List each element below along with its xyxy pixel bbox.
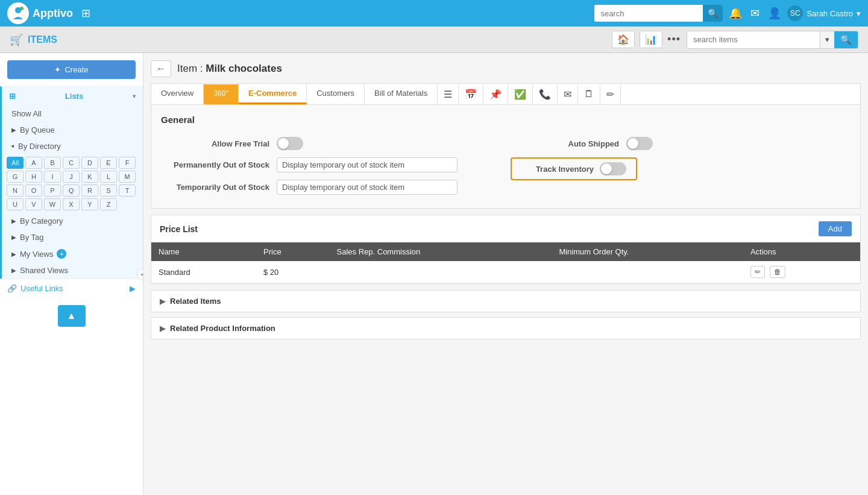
messages-icon[interactable]: ✉ bbox=[750, 7, 760, 20]
app-logo[interactable]: Apptivo bbox=[7, 2, 73, 24]
general-section-title: General bbox=[161, 115, 851, 125]
tab-icon-pin[interactable]: 📌 bbox=[483, 85, 508, 104]
user-info[interactable]: SC Sarah Castro ▾ bbox=[787, 5, 861, 21]
auto-shipped-toggle[interactable] bbox=[626, 137, 653, 150]
useful-links-item[interactable]: 🔗 Useful Links ▶ bbox=[0, 279, 143, 298]
row-name: Standard bbox=[151, 261, 256, 283]
tab-overview[interactable]: Overview bbox=[151, 84, 204, 104]
scroll-to-top-button[interactable]: ▲ bbox=[58, 305, 86, 327]
lists-label: Lists bbox=[65, 92, 83, 101]
col-price: Price bbox=[256, 242, 330, 261]
show-all-item[interactable]: Show All bbox=[2, 106, 143, 122]
chevron-right-icon: ▶ bbox=[11, 267, 16, 274]
letter-c-button[interactable]: C bbox=[63, 157, 80, 169]
add-view-icon[interactable]: + bbox=[57, 249, 66, 259]
letter-a-button[interactable]: A bbox=[25, 157, 42, 169]
letter-b-button[interactable]: B bbox=[44, 157, 61, 169]
top-search-button[interactable]: 🔍 bbox=[703, 5, 723, 22]
letter-y-button[interactable]: Y bbox=[81, 198, 98, 210]
chevron-right-icon: ▶ bbox=[160, 324, 165, 333]
chart-button[interactable]: 📊 bbox=[640, 31, 662, 48]
table-header: Name Price Sales Rep. Commission Minimum… bbox=[151, 242, 860, 261]
letter-w-button[interactable]: W bbox=[44, 198, 61, 210]
letter-x-button[interactable]: X bbox=[63, 198, 80, 210]
search-go-button[interactable]: 🔍 bbox=[834, 31, 858, 49]
grid-icon[interactable]: ⊞ bbox=[81, 7, 90, 20]
allow-free-trial-toggle[interactable] bbox=[277, 137, 303, 150]
row-min-qty bbox=[552, 261, 743, 283]
item-header: ← Item : Milk chocolates bbox=[151, 60, 861, 77]
contact-icon[interactable]: 👤 bbox=[768, 7, 781, 20]
temporarily-out-of-stock-label: Temporarily Out of Stock bbox=[161, 183, 269, 192]
tab-360[interactable]: 360° bbox=[204, 84, 239, 104]
page-title: Item : Milk chocolates bbox=[177, 63, 282, 75]
tab-icon-email[interactable]: ✉ bbox=[558, 85, 578, 104]
letter-d-button[interactable]: D bbox=[81, 157, 98, 169]
letter-g-button[interactable]: G bbox=[7, 171, 24, 183]
allow-free-trial-label: Allow Free Trial bbox=[161, 139, 269, 148]
tabs-bar: Overview 360° E-Commerce Customers Bill … bbox=[151, 83, 861, 104]
letter-e-button[interactable]: E bbox=[100, 157, 117, 169]
tab-bill-of-materials[interactable]: Bill of Materials bbox=[365, 84, 438, 104]
letter-p-button[interactable]: P bbox=[44, 184, 61, 197]
letter-i-button[interactable]: I bbox=[44, 171, 61, 183]
related-items-header[interactable]: ▶ Related Items bbox=[151, 291, 860, 312]
letter-q-button[interactable]: Q bbox=[63, 184, 80, 197]
top-search-bar: 🔍 bbox=[594, 5, 723, 22]
sidebar-lists-section: ⊞ Lists ▾ Show All ▶ By Queue ▾ By Direc… bbox=[0, 86, 143, 279]
auto-shipped-row: Auto Shipped bbox=[511, 133, 851, 154]
letter-all-button[interactable]: All bbox=[7, 157, 24, 169]
by-tag-item[interactable]: ▶ By Tag bbox=[2, 229, 143, 245]
top-nav-icons: 🔔 ✉ 👤 bbox=[729, 7, 781, 20]
tab-customers[interactable]: Customers bbox=[307, 84, 365, 104]
tab-icon-check[interactable]: ✅ bbox=[508, 85, 533, 104]
create-button[interactable]: ✦ Create bbox=[7, 60, 136, 79]
edit-row-button[interactable]: ✏ bbox=[750, 266, 765, 278]
letter-h-button[interactable]: H bbox=[25, 171, 42, 183]
by-queue-item[interactable]: ▶ By Queue bbox=[2, 122, 143, 138]
letter-o-button[interactable]: O bbox=[25, 184, 42, 197]
by-category-item[interactable]: ▶ By Category bbox=[2, 213, 143, 229]
permanently-out-of-stock-input[interactable] bbox=[277, 157, 458, 172]
delete-row-button[interactable]: 🗑 bbox=[770, 266, 785, 278]
track-inventory-toggle[interactable] bbox=[600, 162, 626, 175]
tab-icon-calendar[interactable]: 📅 bbox=[459, 85, 483, 104]
letter-m-button[interactable]: M bbox=[119, 171, 136, 183]
more-options-button[interactable]: ••• bbox=[667, 33, 681, 46]
price-list-add-button[interactable]: Add bbox=[819, 221, 852, 236]
items-search-input[interactable] bbox=[687, 35, 820, 44]
letter-k-button[interactable]: K bbox=[81, 171, 98, 183]
auto-shipped-label: Auto Shipped bbox=[511, 139, 619, 148]
row-commission bbox=[330, 261, 552, 283]
tab-icon-note[interactable]: 🗒 bbox=[578, 85, 600, 103]
tab-ecommerce[interactable]: E-Commerce bbox=[239, 84, 307, 104]
tab-icon-edit[interactable]: ✏ bbox=[600, 85, 621, 104]
top-search-input[interactable] bbox=[594, 9, 703, 18]
letter-j-button[interactable]: J bbox=[63, 171, 80, 183]
back-button[interactable]: ← bbox=[151, 60, 171, 77]
temporarily-out-of-stock-input[interactable] bbox=[277, 180, 458, 195]
shared-views-item[interactable]: ▶ Shared Views bbox=[2, 262, 143, 279]
letter-v-button[interactable]: V bbox=[25, 198, 42, 210]
letter-u-button[interactable]: U bbox=[7, 198, 24, 210]
search-dropdown-button[interactable]: ▾ bbox=[820, 31, 834, 49]
related-product-info-header[interactable]: ▶ Related Product Information bbox=[151, 318, 860, 339]
letter-t-button[interactable]: T bbox=[119, 184, 136, 197]
module-name: ITEMS bbox=[28, 34, 57, 45]
track-inventory-label: Track Inventory bbox=[521, 165, 594, 174]
letter-s-button[interactable]: S bbox=[100, 184, 117, 197]
letter-z-button[interactable]: Z bbox=[100, 198, 117, 210]
my-views-item[interactable]: ▶ My Views + bbox=[2, 245, 143, 262]
lists-header[interactable]: ⊞ Lists ▾ bbox=[2, 87, 143, 106]
tab-icon-phone[interactable]: 📞 bbox=[533, 85, 558, 104]
letter-r-button[interactable]: R bbox=[81, 184, 98, 197]
letter-l-button[interactable]: L bbox=[100, 171, 117, 183]
by-directory-item[interactable]: ▾ By Directory bbox=[2, 138, 143, 154]
home-button[interactable]: 🏠 bbox=[612, 31, 635, 48]
letter-n-button[interactable]: N bbox=[7, 184, 24, 197]
letter-f-button[interactable]: F bbox=[119, 157, 136, 169]
tab-icon-list[interactable]: ☰ bbox=[438, 85, 459, 104]
chevron-right-icon: ▶ bbox=[11, 218, 16, 224]
notification-icon[interactable]: 🔔 bbox=[729, 7, 742, 20]
general-right-column: Auto Shipped Track Inventory bbox=[511, 133, 851, 198]
